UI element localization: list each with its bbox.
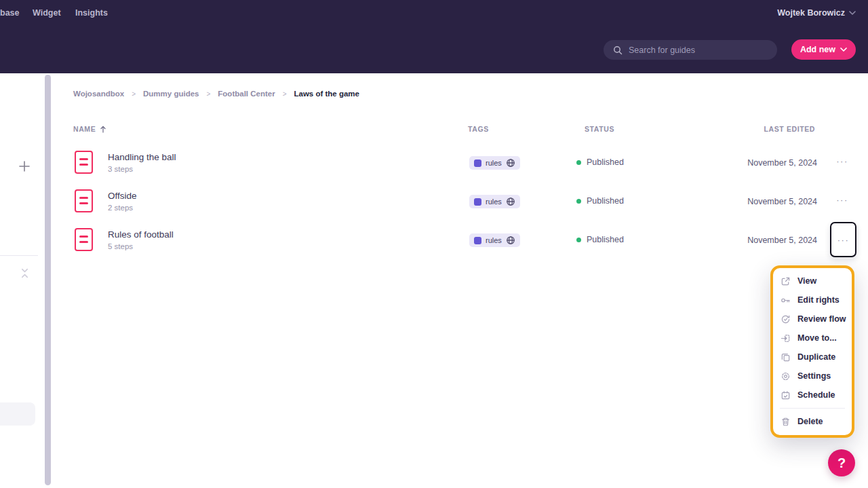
breadcrumb: Wojosandbox > Dummy guides > Football Ce… (73, 90, 359, 98)
menu-item-move-to[interactable]: Move to... (773, 329, 852, 348)
breadcrumb-separator: > (132, 90, 136, 98)
table-row[interactable]: Offside 2 steps rules Published November… (52, 182, 868, 221)
menu-item-label: View (797, 276, 816, 286)
column-name-label: NAME (73, 125, 96, 133)
nav-item-insights[interactable]: Insights (75, 8, 108, 18)
trash-icon (781, 417, 791, 427)
sidebar-selected-item[interactable] (0, 402, 35, 426)
add-new-button[interactable]: Add new (791, 39, 856, 60)
duplicate-icon (781, 352, 791, 362)
breadcrumb-separator: > (283, 90, 287, 98)
menu-item-settings[interactable]: Settings (773, 367, 852, 386)
breadcrumb-separator: > (206, 90, 210, 98)
breadcrumb-item-folder[interactable]: Dummy guides (143, 90, 199, 98)
last-edited-date: November 5, 2024 (747, 236, 817, 245)
top-header: base Widget Insights Wojtek Borowicz Add… (0, 0, 868, 73)
column-header-tags[interactable]: TAGS (468, 125, 489, 133)
guide-steps-count: 5 steps (108, 242, 133, 250)
collapse-sidebar-button[interactable] (20, 268, 30, 278)
published-status-dot (576, 238, 581, 242)
guide-steps-count: 2 steps (108, 204, 133, 212)
tag-chip[interactable]: rules (469, 156, 520, 170)
nav-item-knowledge-base[interactable]: base (0, 8, 20, 18)
breadcrumb-current: Laws of the game (294, 90, 360, 98)
table-row[interactable]: Handling the ball 3 steps rules Publishe… (52, 143, 868, 182)
menu-item-review-flow[interactable]: Review flow (773, 309, 852, 329)
column-header-name[interactable]: NAME (73, 125, 106, 133)
add-guide-button[interactable] (18, 160, 31, 172)
tag-color-swatch (474, 198, 481, 206)
globe-icon (506, 197, 515, 206)
key-icon (781, 295, 791, 305)
help-button[interactable]: ? (828, 449, 855, 476)
menu-item-label: Review flow (797, 314, 846, 324)
tag-label: rules (486, 236, 502, 244)
guide-title: Rules of football (108, 229, 174, 240)
left-sidebar (0, 73, 43, 488)
row-context-menu: View Edit rights Review flow (770, 265, 854, 438)
menu-item-schedule[interactable]: Schedule (773, 386, 852, 405)
row-actions-menu-button[interactable]: ··· (833, 190, 852, 209)
nav-item-widget[interactable]: Widget (33, 8, 61, 18)
app-root: base Widget Insights Wojtek Borowicz Add… (0, 0, 868, 488)
tag-chip[interactable]: rules (469, 195, 520, 208)
globe-icon (506, 236, 515, 245)
published-status-dot (576, 199, 581, 204)
menu-item-label: Duplicate (797, 352, 835, 362)
sort-ascending-icon (100, 126, 106, 133)
status-label: Published (587, 235, 624, 244)
row-actions-menu-button[interactable]: ··· (833, 151, 852, 170)
guide-title: Offside (108, 191, 137, 201)
menu-divider (780, 408, 845, 409)
row-actions-menu-button-focused[interactable]: ··· (830, 222, 856, 257)
user-name: Wojtek Borowicz (777, 8, 845, 18)
collapse-icon (20, 268, 30, 278)
search-input[interactable] (629, 45, 757, 55)
gear-icon (781, 371, 791, 381)
calendar-check-icon (781, 390, 791, 400)
user-menu[interactable]: Wojtek Borowicz (777, 8, 856, 18)
last-edited-date: November 5, 2024 (747, 158, 817, 168)
menu-item-label: Schedule (797, 390, 835, 400)
vertical-scrollbar[interactable] (45, 75, 51, 485)
breadcrumb-item-subfolder[interactable]: Football Center (218, 90, 275, 98)
sidebar-divider (0, 255, 38, 256)
menu-item-edit-rights[interactable]: Edit rights (773, 290, 852, 309)
last-edited-date: November 5, 2024 (747, 197, 817, 206)
globe-icon (506, 158, 515, 168)
chevron-down-icon (849, 11, 856, 15)
guide-document-icon (75, 151, 93, 174)
guide-search[interactable] (604, 40, 777, 60)
menu-item-delete[interactable]: Delete (773, 412, 852, 431)
tag-label: rules (486, 159, 502, 167)
status-cell: Published (576, 157, 624, 167)
tag-chip[interactable]: rules (469, 233, 520, 247)
search-icon (613, 45, 623, 55)
review-flow-icon (781, 314, 791, 324)
tag-label: rules (486, 198, 502, 206)
status-label: Published (587, 157, 624, 167)
table-row[interactable]: Rules of football 5 steps rules Publishe… (52, 221, 868, 259)
external-link-icon (781, 276, 791, 286)
column-header-status[interactable]: STATUS (585, 125, 614, 133)
status-cell: Published (576, 235, 624, 244)
tag-color-swatch (474, 237, 481, 244)
menu-item-label: Move to... (797, 333, 837, 343)
guide-steps-count: 3 steps (108, 165, 133, 173)
status-label: Published (587, 196, 624, 206)
plus-icon (18, 160, 31, 172)
add-new-label: Add new (800, 45, 835, 54)
guide-title: Handling the ball (108, 152, 176, 162)
menu-item-label: Edit rights (797, 295, 840, 305)
guide-document-icon (75, 189, 93, 212)
move-to-icon (781, 333, 791, 343)
status-cell: Published (576, 196, 624, 206)
tag-color-swatch (474, 159, 481, 167)
chevron-down-icon (840, 48, 847, 52)
breadcrumb-item-workspace[interactable]: Wojosandbox (73, 90, 124, 98)
column-header-last-edited[interactable]: LAST EDITED (764, 125, 815, 133)
guide-document-icon (75, 228, 93, 251)
published-status-dot (576, 160, 581, 165)
menu-item-duplicate[interactable]: Duplicate (773, 348, 852, 367)
menu-item-view[interactable]: View (773, 271, 852, 290)
